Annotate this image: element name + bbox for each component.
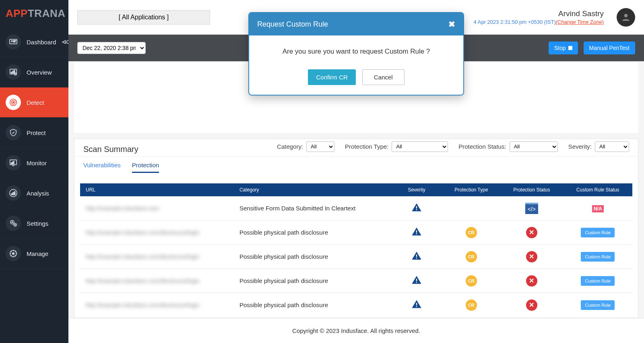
tabs: Vulnerabilities Protection [74, 157, 638, 173]
svg-rect-13 [11, 163, 12, 164]
detect-icon [6, 95, 21, 110]
cr-badge-icon: CR [466, 251, 477, 262]
x-icon: ✕ [526, 299, 537, 311]
dashboard-icon [6, 34, 21, 50]
svg-rect-28 [416, 209, 417, 210]
main: [ All Applications ] Arvind Sastry 4 Apr… [68, 0, 644, 343]
custom-rule-button[interactable]: Custom Rule [581, 276, 615, 286]
svg-rect-32 [416, 258, 417, 258]
svg-point-1 [11, 41, 12, 42]
na-badge: N/A [592, 205, 604, 212]
tab-vulnerabilities[interactable]: Vulnerabilities [83, 162, 121, 173]
svg-rect-33 [416, 279, 417, 281]
filter-ptype-select[interactable]: All [392, 141, 448, 152]
filter-severity-select[interactable]: All [595, 141, 629, 152]
ptype-cell: CR [442, 245, 500, 269]
scan-summary-card: Scan Summary Category: All Protection Ty… [74, 139, 638, 318]
url-cell: http://example.indusface.com/disclosure/… [86, 254, 199, 260]
sidebar-item-label: Detect [27, 99, 44, 106]
table-row: http://example.indusface.com/disclosure/… [80, 293, 632, 314]
sidebar-item-dashboard[interactable]: Dashboard ≪ [0, 27, 68, 57]
sidebar-item-label: Settings [27, 220, 48, 227]
avatar[interactable] [617, 8, 635, 27]
cr-badge-icon: CR [466, 299, 477, 311]
col-ptype: Protection Type [442, 183, 500, 196]
footer-text: Copyright © 2023 Indusface. All rights r… [68, 318, 644, 343]
svg-rect-17 [11, 193, 12, 195]
col-severity: Severity [391, 183, 443, 196]
x-icon: ✕ [526, 275, 537, 287]
modal-actions: Confirm CR Cancel [249, 60, 463, 95]
cancel-button[interactable]: Cancel [362, 69, 405, 85]
sidebar-item-manage[interactable]: Manage [0, 239, 68, 269]
logo: APPTRANA [0, 0, 68, 27]
monitor-icon [6, 155, 21, 170]
svg-rect-18 [13, 192, 14, 195]
svg-point-11 [13, 102, 14, 103]
filter-pstatus-select[interactable]: All [510, 141, 558, 152]
svg-point-23 [14, 225, 15, 225]
ptype-cell [442, 196, 500, 220]
sidebar-item-detect[interactable]: Detect [0, 87, 68, 118]
custom-rule-button[interactable]: Custom Rule [581, 300, 615, 310]
tab-protection[interactable]: Protection [132, 162, 159, 173]
col-category: Category [235, 183, 391, 196]
logo-part1: APP [6, 7, 28, 19]
pstatus-cell: ✕ [500, 220, 563, 245]
sidebar-item-protect[interactable]: Protect [0, 118, 68, 148]
close-icon[interactable]: ✖ [448, 19, 455, 29]
svg-point-21 [12, 222, 13, 223]
table-row: http://example.indusface.comSensitive Fo… [80, 196, 632, 220]
sidebar-item-label: Monitor [27, 160, 47, 166]
modal-title: Request Custom Rule [257, 20, 328, 29]
table-wrap[interactable]: URL Category Severity Protection Type Pr… [80, 183, 632, 314]
x-icon: ✕ [526, 251, 537, 262]
sidebar-item-overview[interactable]: Overview [0, 57, 68, 87]
application-selector[interactable]: [ All Applications ] [77, 10, 210, 25]
ptype-cell: CR [442, 269, 500, 293]
confirm-cr-button[interactable]: Confirm CR [308, 69, 355, 85]
category-cell: Possible physical path disclosure [235, 220, 391, 245]
svg-rect-35 [416, 303, 417, 306]
category-cell: Sensitive Form Data Submitted In Clearte… [235, 196, 391, 220]
table-row: http://example.indusface.com/disclosure/… [80, 245, 632, 269]
manual-pentest-button[interactable]: Manual PenTest [584, 42, 635, 54]
category-cell: Possible physical path disclosure [235, 293, 391, 314]
col-pstatus: Protection Status [500, 183, 563, 196]
protection-table: URL Category Severity Protection Type Pr… [80, 183, 632, 314]
sidebar-item-label: Protect [27, 129, 46, 136]
url-cell: http://example.indusface.com/disclosure/… [86, 278, 199, 284]
crstatus-cell: N/A [563, 196, 632, 220]
category-cell: Possible physical path disclosure [235, 269, 391, 293]
col-url: URL [80, 183, 235, 196]
change-timezone-link[interactable]: (Change Time Zone) [556, 19, 604, 25]
severity-cell [391, 245, 443, 269]
severity-cell [391, 220, 443, 245]
crstatus-cell: Custom Rule [563, 220, 632, 245]
content: Scan Summary Category: All Protection Ty… [68, 61, 644, 343]
stop-button[interactable]: Stop [549, 42, 578, 54]
custom-rule-button[interactable]: Custom Rule [581, 228, 615, 237]
sidebar-item-monitor[interactable]: Monitor [0, 148, 68, 178]
sidebar-item-analysis[interactable]: Analysis [0, 178, 68, 208]
sidebar-item-label: Dashboard [27, 39, 56, 46]
svg-rect-31 [416, 255, 417, 257]
sidebar-item-label: Manage [27, 250, 48, 257]
scan-date-select[interactable]: Dec 22, 2020 2:38 pm [77, 42, 146, 54]
filter-category-select[interactable]: All [306, 141, 334, 152]
filter-severity-label: Severity: [568, 143, 592, 150]
filter-category-label: Category: [277, 143, 303, 150]
sidebar: APPTRANA Dashboard ≪ Overview Detect Pro… [0, 0, 68, 343]
svg-rect-34 [416, 282, 417, 283]
custom-rule-button[interactable]: Custom Rule [581, 252, 615, 262]
url-cell: http://example.indusface.com/disclosure/… [86, 302, 199, 308]
ptype-cell: CR [442, 293, 500, 314]
filter-pstatus-label: Protection Status: [458, 143, 506, 150]
table-row: http://example.indusface.com/disclosure/… [80, 220, 632, 245]
sidebar-item-settings[interactable]: Settings [0, 208, 68, 239]
username: Arvind Sastry [558, 9, 604, 18]
manage-icon [6, 246, 21, 261]
chevron-left-double-icon: ≪ [62, 37, 68, 46]
svg-rect-14 [12, 162, 13, 164]
svg-rect-5 [11, 72, 12, 73]
